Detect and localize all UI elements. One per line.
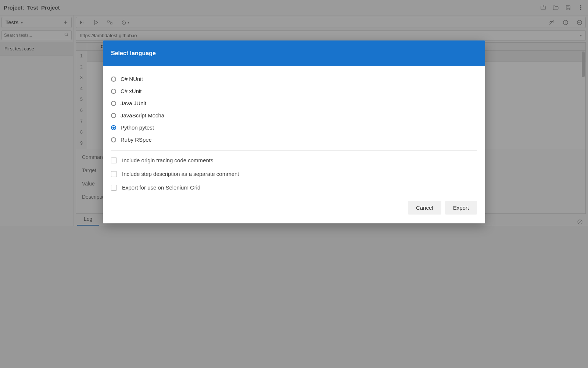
checkbox-icon bbox=[111, 171, 117, 177]
modal-title: Select language bbox=[103, 40, 485, 66]
divider bbox=[111, 150, 477, 151]
radio-icon bbox=[111, 125, 116, 130]
radio-icon bbox=[111, 137, 116, 142]
export-modal: Select language C# NUnit C# xUnit Java J… bbox=[103, 40, 485, 223]
radio-label: Python pytest bbox=[121, 124, 154, 131]
radio-csharp-xunit[interactable]: C# xUnit bbox=[111, 88, 477, 94]
checkbox-label: Include step description as a separate c… bbox=[122, 171, 239, 177]
export-button[interactable]: Export bbox=[445, 201, 477, 215]
modal-overlay[interactable]: Select language C# NUnit C# xUnit Java J… bbox=[0, 0, 588, 368]
radio-icon bbox=[111, 113, 116, 118]
language-radio-list: C# NUnit C# xUnit Java JUnit JavaScript … bbox=[111, 76, 477, 143]
checkbox-origin-tracing[interactable]: Include origin tracing code comments bbox=[111, 157, 477, 163]
export-options-list: Include origin tracing code comments Inc… bbox=[111, 157, 477, 191]
checkbox-label: Include origin tracing code comments bbox=[122, 157, 213, 163]
checkbox-icon bbox=[111, 158, 117, 163]
radio-csharp-nunit[interactable]: C# NUnit bbox=[111, 76, 477, 82]
checkbox-step-description[interactable]: Include step description as a separate c… bbox=[111, 171, 477, 177]
radio-label: Java JUnit bbox=[121, 100, 146, 106]
radio-java-junit[interactable]: Java JUnit bbox=[111, 100, 477, 106]
radio-label: Ruby RSpec bbox=[121, 137, 151, 143]
checkbox-label: Export for use on Selenium Grid bbox=[122, 184, 200, 191]
radio-label: C# xUnit bbox=[121, 88, 142, 94]
checkbox-icon bbox=[111, 185, 117, 191]
radio-js-mocha[interactable]: JavaScript Mocha bbox=[111, 112, 477, 118]
radio-icon bbox=[111, 89, 116, 94]
modal-footer: Cancel Export bbox=[103, 194, 485, 223]
radio-label: C# NUnit bbox=[121, 76, 143, 82]
radio-icon bbox=[111, 101, 116, 106]
radio-ruby-rspec[interactable]: Ruby RSpec bbox=[111, 137, 477, 143]
radio-label: JavaScript Mocha bbox=[121, 112, 164, 118]
radio-python-pytest[interactable]: Python pytest bbox=[111, 124, 477, 131]
checkbox-selenium-grid[interactable]: Export for use on Selenium Grid bbox=[111, 184, 477, 191]
radio-icon bbox=[111, 77, 116, 82]
cancel-button[interactable]: Cancel bbox=[408, 201, 441, 215]
